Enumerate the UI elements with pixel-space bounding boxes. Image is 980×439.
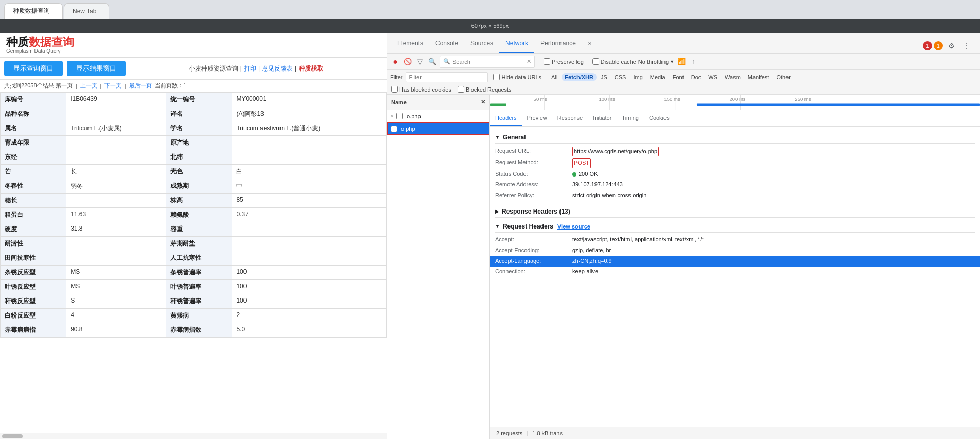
dt-tabs-row: Elements Console Sources Network Perform… <box>387 33 980 54</box>
label-cell: 品种名称 <box>1 107 66 121</box>
next-link[interactable]: 下一页 <box>104 82 121 90</box>
net-row-1[interactable]: ✕ o.php <box>387 110 489 122</box>
row1-checkbox[interactable] <box>396 113 403 119</box>
request-url-row: Request URL: https://www.cgris.net/query… <box>495 146 975 157</box>
accept-key: Accept: <box>495 235 572 244</box>
browser-tab-2[interactable]: New Tab <box>64 3 109 19</box>
preserve-log-label: Preserve log <box>552 59 584 65</box>
scrollbar-thumb[interactable] <box>2 434 23 438</box>
filter-manifest[interactable]: Manifest <box>745 73 773 81</box>
search-close-icon[interactable]: ✕ <box>527 58 531 65</box>
value-cell: 100 <box>232 294 387 309</box>
network-toolbar-row1: ● 🚫 ▽ 🔍 🔍 ✕ Preserve log Disable cach <box>387 54 980 70</box>
filter-doc[interactable]: Doc <box>688 73 705 81</box>
badge-group: 1 1 <box>923 41 943 50</box>
table-row: 粗蛋白 11.63 赖氨酸 0.37 <box>1 208 387 222</box>
page-info-row: 小麦种质资源查询 | 打印 | 意见反馈表 | 种质获取 <box>130 61 382 76</box>
upload-icon[interactable]: ↑ <box>689 57 699 67</box>
response-headers-section[interactable]: ▶ Response Headers (13) <box>495 205 975 218</box>
preserve-log-check[interactable]: Preserve log <box>544 58 584 65</box>
dt-tab-elements[interactable]: Elements <box>391 34 429 53</box>
d-tab-response[interactable]: Response <box>552 110 588 126</box>
blocked-requests-checkbox[interactable] <box>458 86 464 93</box>
disable-cache-label: Disable cache <box>601 59 636 65</box>
has-blocked-cookies-check[interactable]: Has blocked cookies <box>391 86 451 93</box>
filter-input[interactable] <box>406 72 488 82</box>
prev-link[interactable]: 上一页 <box>80 82 97 90</box>
table-row: 东经 北纬 <box>1 150 387 165</box>
clear-icon[interactable]: 🚫 <box>402 57 413 67</box>
hide-data-urls-checkbox[interactable] <box>493 74 500 80</box>
filter-js[interactable]: JS <box>598 73 610 81</box>
page-info: 小麦种质资源查询 <box>189 64 238 73</box>
label-cell: 叶锈普遍率 <box>166 280 232 294</box>
table-row: 田间抗寒性 人工抗寒性 <box>1 251 387 266</box>
dt-tab-performance[interactable]: Performance <box>534 34 582 53</box>
disable-cache-checkbox[interactable] <box>592 58 599 65</box>
row2-checkbox[interactable] <box>391 126 397 132</box>
browser-tab-active[interactable]: 种质数据查询 <box>4 3 63 19</box>
record-icon[interactable]: ● <box>390 57 400 67</box>
label-cell: 耐涝性 <box>1 237 66 251</box>
filter-css[interactable]: CSS <box>611 73 629 81</box>
hide-data-urls-check[interactable]: Hide data URLs <box>493 74 541 80</box>
btn-result-window[interactable]: 显示结果窗口 <box>67 61 126 76</box>
d-tab-preview[interactable]: Preview <box>522 110 552 126</box>
more-icon[interactable]: ⋮ <box>959 39 974 53</box>
blocked-cookies-checkbox[interactable] <box>391 86 398 93</box>
dt-tab-console[interactable]: Console <box>429 34 464 53</box>
filter-img[interactable]: Img <box>630 73 645 81</box>
value-cell: 2 <box>232 309 387 323</box>
no-throttling[interactable]: No throttling ▼ <box>638 59 674 65</box>
dt-tab-sources[interactable]: Sources <box>464 34 499 53</box>
preserve-log-checkbox[interactable] <box>544 58 550 65</box>
filter-all[interactable]: All <box>548 73 561 81</box>
settings-icon[interactable]: ⚙ <box>944 39 958 53</box>
value-cell: MY000001 <box>232 93 387 107</box>
value-cell: 0.37 <box>232 208 387 222</box>
value-cell: MS <box>66 280 166 294</box>
label-cell: 学名 <box>166 121 232 136</box>
label-cell: 硬度 <box>1 222 66 237</box>
detail-scroll[interactable]: ▼ General Request URL: https://www.cgris… <box>490 127 980 427</box>
d-tab-headers[interactable]: Headers <box>490 110 522 126</box>
filter-font[interactable]: Font <box>670 73 687 81</box>
last-link[interactable]: 最后一页 <box>129 82 152 90</box>
main-split: 种质数据查询 Germplasm Data Query 显示查询窗口 显示结果窗… <box>0 33 980 439</box>
d-tab-cookies[interactable]: Cookies <box>644 110 675 126</box>
value-cell: 90.8 <box>66 323 166 338</box>
net-row-2[interactable]: o.php <box>387 122 489 135</box>
general-section-title[interactable]: ▼ General <box>495 131 975 144</box>
blocked-requests-check[interactable]: Blocked Requests <box>458 86 512 93</box>
row1-x-icon[interactable]: ✕ <box>390 114 394 119</box>
view-source-link[interactable]: View source <box>557 223 590 230</box>
search-box[interactable]: 🔍 ✕ <box>440 56 535 68</box>
data-table-wrapper[interactable]: 库编号 I1B06439 统一编号 MY000001 品种名称 译名 (A)阿彭… <box>0 92 387 433</box>
filter-wasm[interactable]: Wasm <box>722 73 744 81</box>
request-headers-section[interactable]: ▼ Request Headers View source <box>495 220 975 233</box>
print-link[interactable]: 打印 <box>244 64 256 73</box>
wifi-icon[interactable]: 📶 <box>676 57 687 67</box>
network-toolbar-row2: Filter Hide data URLs All Fetch/XHR JS C… <box>387 70 980 84</box>
filter-media[interactable]: Media <box>647 73 669 81</box>
label-cell: 原产地 <box>166 136 232 150</box>
btn-query-window[interactable]: 显示查询窗口 <box>4 61 63 76</box>
search-input[interactable] <box>452 59 524 65</box>
filter-fetch-xhr[interactable]: Fetch/XHR <box>562 73 597 81</box>
h-scrollbar[interactable] <box>0 433 387 439</box>
d-tab-initiator[interactable]: Initiator <box>588 110 617 126</box>
filter-icon[interactable]: ▽ <box>415 57 425 67</box>
query-buttons-row: 显示查询窗口 显示结果窗口 小麦种质资源查询 | 打印 | 意见反馈表 | 种质… <box>0 58 387 80</box>
dt-tab-network[interactable]: Network <box>499 34 534 53</box>
search-icon[interactable]: 🔍 <box>427 57 437 67</box>
filter-ws[interactable]: WS <box>705 73 721 81</box>
close-detail-icon[interactable]: ✕ <box>481 99 485 106</box>
disable-cache-check[interactable]: Disable cache <box>592 58 636 65</box>
dt-tab-more[interactable]: » <box>582 34 598 53</box>
value-cell: 5.0 <box>232 323 387 338</box>
feedback-link[interactable]: 意见反馈表 <box>262 64 293 73</box>
divider-1 <box>539 57 539 67</box>
d-tab-timing[interactable]: Timing <box>617 110 644 126</box>
svg-rect-10 <box>490 103 506 106</box>
filter-other[interactable]: Other <box>773 73 794 81</box>
